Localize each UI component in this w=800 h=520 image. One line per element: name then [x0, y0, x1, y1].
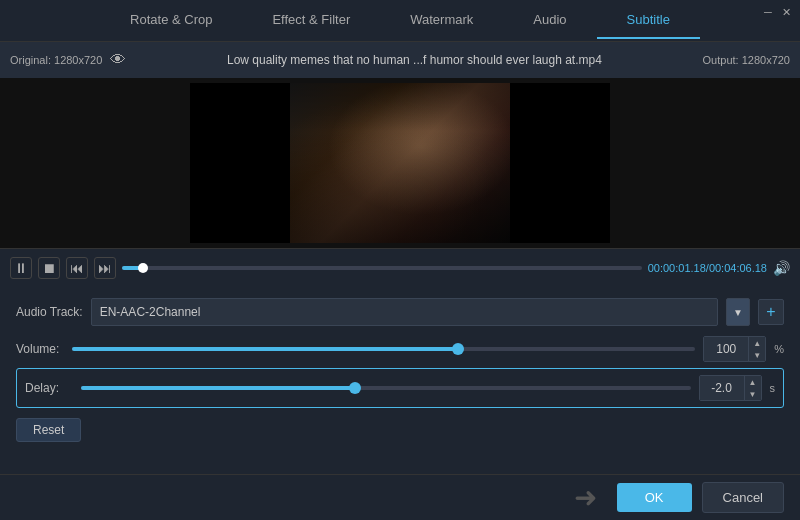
volume-label: Volume:: [16, 342, 64, 356]
arrow-right-icon: ➜: [574, 481, 597, 514]
delay-input[interactable]: [700, 376, 744, 400]
delay-track: [81, 386, 691, 390]
delay-slider[interactable]: [81, 378, 691, 398]
volume-spin-buttons: ▲ ▼: [748, 337, 765, 361]
video-preview: [0, 78, 800, 248]
tab-effect-filter[interactable]: Effect & Filter: [242, 2, 380, 39]
video-right-side: [510, 83, 610, 243]
tabs-bar: Rotate & Crop Effect & Filter Watermark …: [0, 0, 800, 42]
close-button[interactable]: ✕: [778, 4, 794, 20]
volume-unit: %: [774, 343, 784, 355]
playback-controls: ⏸ ⏹ ⏮ ⏭ 00:00:01.18/00:04:06.18 🔊: [0, 248, 800, 286]
volume-row: Volume: ▲ ▼ %: [16, 336, 784, 362]
total-time: 00:04:06.18: [709, 262, 767, 274]
bottom-bar: ➜ OK Cancel: [0, 474, 800, 520]
delay-unit: s: [770, 382, 776, 394]
delay-row: Delay: ▲ ▼ s: [25, 375, 775, 401]
reset-button[interactable]: Reset: [16, 418, 81, 442]
volume-down-button[interactable]: ▼: [749, 349, 765, 361]
output-resolution: Output: 1280x720: [703, 54, 790, 66]
next-button[interactable]: ⏭: [94, 257, 116, 279]
delay-box: Delay: ▲ ▼ s: [16, 368, 784, 408]
volume-slider[interactable]: [72, 339, 695, 359]
audio-track-row: Audio Track: EN-AAC-2Channel ▼ +: [16, 298, 784, 326]
cancel-button[interactable]: Cancel: [702, 482, 784, 513]
delay-fill: [81, 386, 355, 390]
time-display: 00:00:01.18/00:04:06.18: [648, 262, 767, 274]
eye-icon[interactable]: 👁: [110, 51, 126, 69]
delay-input-wrap: ▲ ▼: [699, 375, 762, 401]
audio-section: Audio Track: EN-AAC-2Channel ▼ + Volume:…: [0, 286, 800, 450]
track-select[interactable]: EN-AAC-2Channel: [91, 298, 718, 326]
add-track-button[interactable]: +: [758, 299, 784, 325]
track-label: Audio Track:: [16, 305, 83, 319]
file-bar: Original: 1280x720 👁 Low quality memes t…: [0, 42, 800, 78]
window-controls: ─ ✕: [754, 0, 800, 24]
stop-button[interactable]: ⏹: [38, 257, 60, 279]
tab-rotate-crop[interactable]: Rotate & Crop: [100, 2, 242, 39]
tab-watermark[interactable]: Watermark: [380, 2, 503, 39]
volume-track: [72, 347, 695, 351]
progress-bar[interactable]: [122, 266, 642, 270]
volume-input-wrap: ▲ ▼: [703, 336, 766, 362]
current-time: 00:00:01.18: [648, 262, 706, 274]
ok-button[interactable]: OK: [617, 483, 692, 512]
volume-icon[interactable]: 🔊: [773, 260, 790, 276]
dropdown-arrow[interactable]: ▼: [726, 298, 750, 326]
video-left-side: [190, 83, 290, 243]
tab-subtitle[interactable]: Subtitle: [597, 2, 700, 39]
delay-label: Delay:: [25, 381, 73, 395]
prev-button[interactable]: ⏮: [66, 257, 88, 279]
delay-up-button[interactable]: ▲: [745, 376, 761, 388]
delay-thumb[interactable]: [349, 382, 361, 394]
volume-thumb[interactable]: [452, 343, 464, 355]
pause-button[interactable]: ⏸: [10, 257, 32, 279]
tab-audio[interactable]: Audio: [503, 2, 596, 39]
delay-spin-buttons: ▲ ▼: [744, 376, 761, 400]
delay-down-button[interactable]: ▼: [745, 388, 761, 400]
filename-display: Low quality memes that no human ...f hum…: [134, 53, 694, 67]
minimize-button[interactable]: ─: [760, 4, 776, 20]
video-thumbnail: [290, 83, 510, 243]
volume-input[interactable]: [704, 337, 748, 361]
original-resolution: Original: 1280x720: [10, 54, 102, 66]
progress-dot: [138, 263, 148, 273]
volume-fill: [72, 347, 458, 351]
volume-up-button[interactable]: ▲: [749, 337, 765, 349]
